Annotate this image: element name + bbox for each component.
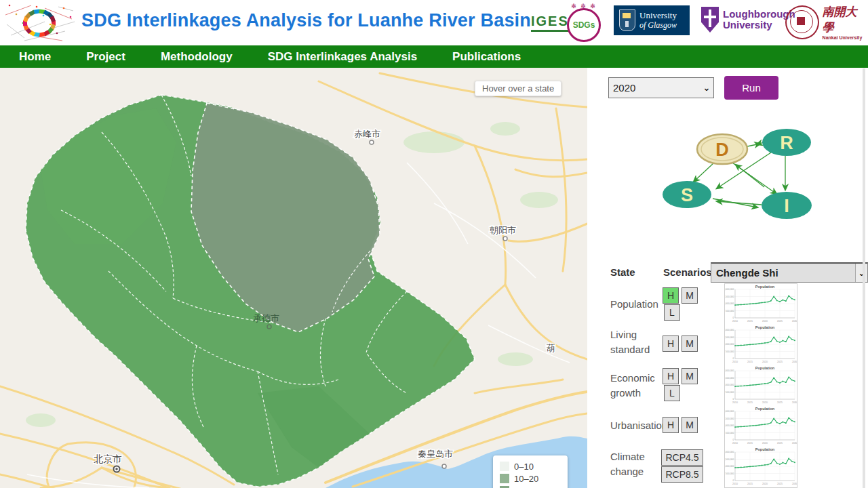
svg-text:2015: 2015	[747, 442, 753, 445]
economic-growth-m-button[interactable]: M	[682, 368, 698, 384]
nav-item-publications[interactable]: Publications	[452, 50, 521, 64]
svg-text:1,500,000: 1,500,000	[725, 336, 734, 339]
legend-swatch-1	[500, 474, 509, 483]
living-standard-h-button[interactable]: H	[663, 336, 679, 352]
climate-rcp85-button[interactable]: RCP8.5	[661, 466, 703, 483]
svg-text:500,000: 500,000	[726, 391, 734, 394]
map-canvas: 赤峰市 朝阳市 承德市 北京市 秦皇岛市 葫	[0, 68, 587, 488]
glasgow-shield-icon	[619, 9, 635, 31]
svg-text:500,000: 500,000	[726, 472, 734, 475]
svg-text:1,000,000: 1,000,000	[725, 384, 734, 386]
header: SDG Interlinkages Analysis for Luanhe Ri…	[0, 0, 868, 45]
svg-text:2010: 2010	[732, 361, 738, 363]
row-label-climate-change: Climate change	[610, 449, 663, 479]
svg-text:2015: 2015	[747, 401, 753, 404]
sdgs-logo: SDGs	[567, 8, 601, 42]
legend-swatch-0	[500, 462, 509, 471]
nankai-seal-icon	[785, 5, 819, 39]
svg-text:2010: 2010	[732, 320, 738, 323]
population-l-button[interactable]: L	[664, 304, 680, 321]
nav-item-project[interactable]: Project	[86, 50, 125, 64]
economic-growth-l-button[interactable]: L	[664, 385, 680, 401]
population-chart-5: 0500,0001,000,0001,500,0002,000,00020102…	[725, 447, 797, 487]
svg-text:1,000,000: 1,000,000	[725, 465, 734, 468]
row-label-urbanisation: Urbanisation	[610, 417, 663, 434]
city-label-chaoyang: 朝阳市	[490, 225, 516, 235]
svg-text:2,000,000: 2,000,000	[725, 451, 734, 453]
year-dropdown[interactable]: 2020 ⌄	[608, 77, 714, 98]
svg-text:2030: 2030	[792, 442, 797, 445]
year-dropdown-value: 2020	[613, 82, 635, 94]
svg-text:2015: 2015	[747, 320, 753, 323]
row-label-population: Population	[610, 296, 663, 312]
svg-text:2025: 2025	[777, 320, 783, 323]
svg-text:Population: Population	[755, 325, 775, 329]
svg-text:2020: 2020	[762, 401, 768, 404]
node-response-label: R	[780, 133, 793, 153]
svg-text:1,500,000: 1,500,000	[725, 377, 734, 380]
urbanisation-m-button[interactable]: M	[682, 417, 698, 433]
svg-text:2015: 2015	[747, 361, 753, 363]
population-chart-2: 0500,0001,000,0001,500,0002,000,00020102…	[725, 325, 797, 365]
main-nav: Home Project Methodology SDG Interlinkag…	[0, 45, 868, 68]
map-legend: 0–10 10–20 20–50	[493, 455, 568, 488]
row-label-economic-growth: Economic growth	[610, 371, 663, 401]
state-charts-panel: 0500,0001,000,0001,500,0002,000,00020102…	[724, 283, 797, 488]
nav-item-home[interactable]: Home	[19, 50, 51, 64]
svg-text:2025: 2025	[777, 483, 783, 485]
population-chart-1: 0500,0001,000,0001,500,0002,000,00020102…	[725, 284, 797, 325]
svg-text:500,000: 500,000	[726, 432, 734, 434]
basin-map[interactable]: 赤峰市 朝阳市 承德市 北京市 秦皇岛市 葫 Hover over a stat…	[0, 68, 587, 488]
drsi-nodes[interactable]: D R S I	[663, 129, 812, 219]
svg-text:Population: Population	[755, 366, 775, 370]
node-driver-label: D	[715, 140, 729, 160]
node-state-label: S	[681, 185, 693, 205]
column-header-state: State	[610, 266, 635, 278]
node-impact-label: I	[784, 196, 789, 216]
university-of-glasgow-logo: University of Glasgow	[614, 5, 690, 35]
svg-text:1,000,000: 1,000,000	[725, 424, 734, 427]
legend-label-1: 10–20	[514, 474, 538, 484]
svg-text:Population: Population	[755, 407, 775, 411]
svg-text:2020: 2020	[762, 442, 768, 445]
svg-text:2025: 2025	[777, 401, 783, 404]
page-scrollbar[interactable]	[863, 68, 865, 488]
nav-item-methodology[interactable]: Methodology	[161, 50, 233, 64]
population-m-button[interactable]: M	[682, 287, 698, 304]
svg-text:Population: Population	[755, 447, 775, 451]
svg-text:2020: 2020	[762, 483, 768, 485]
svg-text:2030: 2030	[792, 320, 797, 323]
iges-logo: IGES	[531, 14, 569, 32]
svg-text:1,500,000: 1,500,000	[725, 418, 734, 420]
loughborough-shield-icon	[701, 7, 719, 33]
economic-growth-h-button[interactable]: H	[663, 368, 679, 384]
chevron-down-icon: ⌄	[700, 83, 713, 93]
svg-text:2020: 2020	[762, 361, 768, 363]
loughborough-university-logo: Loughborough University	[701, 7, 795, 33]
nankai-university-logo: 南開大學 Nankai University	[785, 4, 868, 40]
city-label-beijing: 北京市	[94, 453, 122, 464]
population-chart-3: 0500,0001,000,0001,500,0002,000,00020102…	[725, 365, 797, 406]
analysis-panel: 2020 ⌄ Run D R S	[587, 68, 868, 488]
population-h-button[interactable]: H	[663, 287, 679, 304]
svg-text:2030: 2030	[792, 361, 797, 363]
sdg-wheel-logo	[4, 1, 76, 43]
urbanisation-h-button[interactable]: H	[663, 417, 679, 433]
city-label-huludao-partial: 葫	[547, 343, 555, 353]
region-dropdown[interactable]: Chengde Shi ⌄	[711, 262, 868, 283]
climate-rcp45-button[interactable]: RCP4.5	[661, 449, 703, 466]
row-label-living-standard: Living standard	[610, 327, 663, 357]
svg-text:Population: Population	[755, 285, 775, 289]
svg-text:2,000,000: 2,000,000	[725, 410, 734, 413]
svg-text:1,000,000: 1,000,000	[725, 343, 734, 346]
svg-text:2020: 2020	[762, 320, 768, 323]
svg-text:2030: 2030	[792, 401, 797, 404]
map-hover-tooltip: Hover over a state	[475, 81, 561, 96]
nav-item-sdg-interlinkages-analysis[interactable]: SDG Interlinkages Analysis	[268, 50, 417, 64]
city-label-chengde: 承德市	[253, 313, 279, 323]
chevron-down-icon: ⌄	[855, 264, 867, 282]
run-button[interactable]: Run	[724, 76, 778, 100]
living-standard-m-button[interactable]: M	[682, 336, 698, 352]
svg-text:1,000,000: 1,000,000	[725, 302, 734, 305]
svg-text:2015: 2015	[747, 483, 753, 485]
